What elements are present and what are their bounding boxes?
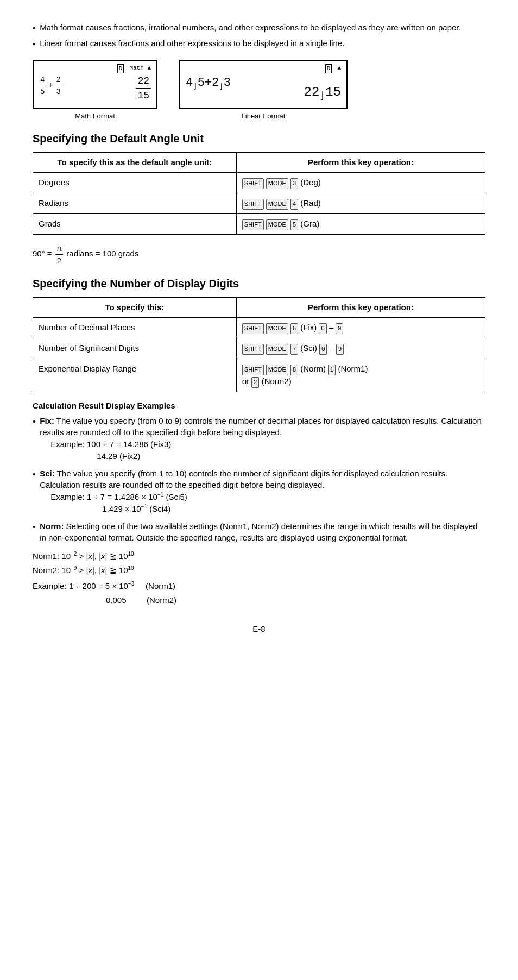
intro-bullets: • Math format causes fractions, irration… (33, 22, 485, 50)
norm-prefix: Norm: (40, 522, 64, 531)
exponential-range-label: Exponential Display Range (33, 359, 237, 392)
shift-key-fix: SHIFT (242, 323, 264, 334)
significant-digits-label: Number of Significant Digits (33, 338, 237, 359)
math-format-box: D Math ▲ 4 5 + 2 3 22 15 (33, 60, 157, 109)
result-den: 15 (137, 89, 149, 103)
frac-3: 3 (55, 86, 61, 97)
num6-key-fix: 6 (290, 323, 298, 334)
decimal-places-label: Number of Decimal Places (33, 318, 237, 338)
fix-label: (Fix) (300, 323, 319, 332)
mode-key-sci: MODE (266, 344, 288, 355)
frac-4: 4 (39, 74, 46, 86)
sci-body: The value you specify (from 1 to 10) con… (40, 469, 447, 490)
pi-formula: 90° = π 2 radians = 100 grads (33, 242, 485, 267)
grads-keys: SHIFT MODE 5 (Gra) (236, 213, 485, 234)
shift-key-rad: SHIFT (242, 199, 264, 210)
linear-box-d-icon: D (325, 64, 332, 74)
sci-label: (Sci) (300, 343, 319, 353)
math-format-wrapper: D Math ▲ 4 5 + 2 3 22 15 (33, 60, 157, 122)
math-box-result: 22 15 (136, 74, 151, 103)
dash-sci: – (330, 343, 337, 353)
decimal-places-keys: SHIFT MODE 6 (Fix) 0 – 9 (236, 318, 485, 338)
math-box-top-icons: D Math ▲ (39, 64, 151, 74)
pi-denominator: 2 (56, 255, 62, 267)
pi-fraction: π 2 (55, 242, 63, 267)
shift-key-norm: SHIFT (242, 365, 264, 375)
mode-key-deg: MODE (266, 178, 288, 189)
display-table-col2-header: Perform this key operation: (236, 298, 485, 318)
result-num: 22 (136, 74, 151, 89)
degrees-keys: SHIFT MODE 3 (Deg) (236, 173, 485, 193)
display-table-col1-header: To specify this: (33, 298, 237, 318)
num8-key-norm: 8 (290, 365, 298, 375)
table-row: Number of Significant Digits SHIFT MODE … (33, 338, 485, 359)
mode-key-gra: MODE (266, 219, 288, 230)
norm2-line: Norm2: 10−9 > |x|, |x| ≧ 1010 (33, 563, 485, 577)
bullet-item-1: • Math format causes fractions, irration… (33, 22, 485, 34)
num7-key-sci: 7 (290, 344, 298, 355)
norm-label: (Norm) (300, 364, 328, 373)
rad-label: (Rad) (300, 198, 321, 208)
section1-heading: Specifying the Default Angle Unit (33, 131, 485, 147)
sci-prefix: Sci: (40, 469, 55, 478)
grads-label: Grads (33, 213, 237, 234)
num5-key-gra: 5 (290, 219, 298, 230)
bullet-text-1: Math format causes fractions, irrational… (40, 22, 460, 34)
shift-key-sci: SHIFT (242, 344, 264, 355)
calc-result-heading: Calculation Result Display Examples (33, 400, 485, 412)
fix-bullet-dot: • (33, 416, 35, 428)
linear-format-wrapper: D ▲ 4⌋5+2⌋3 22⌋15 Linear Format (179, 60, 348, 122)
math-box-d-icon: D (117, 64, 124, 74)
num3-key-deg: 3 (290, 178, 298, 189)
angle-table-col1-header: To specify this as the default angle uni… (33, 153, 237, 173)
or-label: or (242, 376, 252, 386)
table-row: Number of Decimal Places SHIFT MODE 6 (F… (33, 318, 485, 338)
sci-example1: Example: 1 ÷ 7 = 1.4286 × 10−1 (Sci5) (50, 491, 485, 503)
sci-example2: 1.429 × 10−1 (Sci4) (102, 503, 485, 515)
sci-bullet-dot: • (33, 468, 35, 480)
norm1-line: Norm1: 10−2 > |x|, |x| ≧ 1010 (33, 549, 485, 563)
fix-example1: Example: 100 ÷ 7 = 14.286 (Fix3) (50, 438, 485, 450)
calc-results-section: • Fix: The value you specify (from 0 to … (33, 415, 485, 607)
fix-example2: 14.29 (Fix2) (97, 450, 485, 462)
norm-body: Selecting one of the two available setti… (40, 522, 477, 543)
page-number: E-8 (33, 623, 485, 635)
degrees-label: Degrees (33, 173, 237, 193)
fix-body: The value you specify (from 0 to 9) cont… (40, 416, 481, 437)
display-digits-table: To specify this: Perform this key operat… (33, 297, 485, 392)
deg-label: (Deg) (300, 178, 321, 187)
frac-2: 2 (55, 74, 61, 86)
fix-prefix: Fix: (40, 416, 54, 425)
bullet-text-2: Linear format causes fractions and other… (40, 37, 344, 49)
linear-box-top-icons: D ▲ (186, 64, 341, 74)
angle-unit-table: To specify this as the default angle uni… (33, 152, 485, 235)
shift-key-gra: SHIFT (242, 219, 264, 230)
table-row: Radians SHIFT MODE 4 (Rad) (33, 193, 485, 214)
plus-sign: + (48, 80, 53, 92)
angle-table-col2-header: Perform this key operation: (236, 153, 485, 173)
fix-bullet: • Fix: The value you specify (from 0 to … (33, 415, 485, 462)
math-box-mode-label: Math ▲ (129, 64, 151, 74)
num2-key-norm2: 2 (251, 377, 259, 388)
num0-key-fix: 0 (319, 323, 326, 334)
pi-numerator: π (55, 242, 63, 255)
num4-key-rad: 4 (290, 199, 298, 210)
mode-key-rad: MODE (266, 199, 288, 210)
linear-format-label: Linear Format (242, 111, 286, 122)
num1-key-norm1: 1 (328, 365, 336, 375)
section2-heading: Specifying the Number of Display Digits (33, 276, 485, 292)
norm-example1: Example: 1 ÷ 200 = 5 × 10−3 (Norm1) (33, 579, 485, 593)
linear-format-box: D ▲ 4⌋5+2⌋3 22⌋15 (179, 60, 348, 109)
sci-bullet: • Sci: The value you specify (from 1 to … (33, 468, 485, 515)
table-row: Exponential Display Range SHIFT MODE 8 (… (33, 359, 485, 392)
table-row: Grads SHIFT MODE 5 (Gra) (33, 213, 485, 234)
fix-bullet-content: Fix: The value you specify (from 0 to 9)… (40, 415, 485, 462)
linear-box-result: 22⌋15 (304, 83, 341, 103)
significant-digits-keys: SHIFT MODE 7 (Sci) 0 – 9 (236, 338, 485, 359)
radians-label: Radians (33, 193, 237, 214)
mode-key-norm: MODE (266, 365, 288, 375)
norm-example2: 0.005 (Norm2) (106, 593, 485, 607)
norm-bullet: • Norm: Selecting one of the two availab… (33, 520, 485, 544)
norm1-label: (Norm1) (338, 364, 368, 373)
bullet-dot-1: • (33, 22, 35, 34)
